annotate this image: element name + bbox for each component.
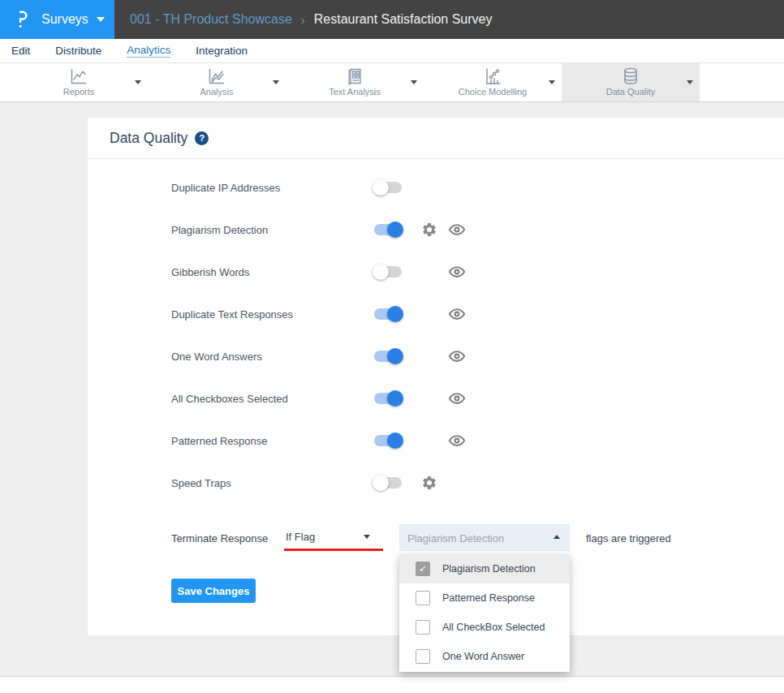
- dropdown-option-label: Plagiarism Detection: [442, 563, 536, 575]
- setting-label: All Checkboxes Selected: [171, 393, 288, 405]
- setting-row-gibberish-words: Gibberish Words: [88, 251, 784, 293]
- dropdown-option-all-checkbox-selected[interactable]: All CheckBox Selected: [399, 613, 570, 642]
- nav-item-distribute[interactable]: Distribute: [55, 45, 101, 57]
- checkbox-icon[interactable]: [416, 620, 430, 635]
- toggle-knob: [387, 348, 403, 364]
- toolbar-tab-label: Text Analysis: [286, 87, 424, 97]
- gibberish-words-toggle[interactable]: [374, 264, 403, 280]
- setting-row-duplicate-ip-addresses: Duplicate IP Addresses: [88, 166, 784, 209]
- help-icon[interactable]: ?: [195, 131, 209, 145]
- flags-select[interactable]: Plagiarism Detection: [399, 524, 570, 551]
- chevron-down-icon: [97, 17, 105, 22]
- eye-icon[interactable]: [448, 432, 466, 450]
- chevron-down-icon[interactable]: [549, 80, 555, 84]
- setting-row-speed-traps: Speed Traps: [88, 462, 784, 504]
- toolbar-tab-analysis[interactable]: Analysis: [148, 63, 286, 101]
- dropdown-option-plagiarism-detection[interactable]: ✓Plagiarism Detection: [399, 554, 570, 583]
- data-quality-icon: [621, 67, 640, 86]
- text-analysis-icon: [345, 67, 364, 86]
- surveys-menu[interactable]: Surveys: [0, 0, 114, 39]
- all-checkboxes-selected-toggle[interactable]: [374, 390, 403, 407]
- breadcrumb-folder-link[interactable]: 001 - TH Product Showcase: [130, 12, 292, 27]
- chevron-down-icon[interactable]: [135, 80, 141, 84]
- eye-icon[interactable]: [448, 263, 466, 281]
- toolbar-tab-reports[interactable]: Reports: [10, 63, 148, 101]
- setting-row-patterned-response: Patterned Response: [88, 420, 784, 462]
- gear-icon[interactable]: [421, 222, 437, 238]
- breadcrumb-current-survey: Restaurant Satisfaction Survey: [314, 12, 493, 27]
- flags-suffix-text: flags are triggered: [586, 532, 671, 544]
- terminate-response-label: Terminate Response: [171, 532, 268, 544]
- card-title-row: Data Quality ?: [88, 118, 784, 159]
- choice-modelling-icon: [483, 67, 502, 86]
- checkbox-icon[interactable]: ✓: [416, 562, 430, 576]
- patterned-response-toggle[interactable]: [374, 433, 403, 449]
- eye-icon[interactable]: [448, 305, 466, 323]
- toolbar-tab-data-quality[interactable]: Data Quality: [562, 63, 700, 101]
- setting-label: Duplicate IP Addresses: [171, 182, 280, 194]
- nav-item-integration[interactable]: Integration: [196, 45, 248, 57]
- dropdown-option-one-word-answer[interactable]: One Word Answer: [399, 642, 570, 671]
- eye-icon[interactable]: [448, 390, 466, 407]
- top-header-bar: Surveys 001 - TH Product Showcase › Rest…: [0, 0, 784, 39]
- chevron-down-icon[interactable]: [273, 80, 279, 84]
- breadcrumb-separator: ›: [301, 13, 305, 27]
- survey-nav: EditDistributeAnalyticsIntegration: [0, 39, 784, 63]
- page-body: Data Quality ? Duplicate IP AddressesPla…: [0, 102, 784, 676]
- dropdown-option-label: One Word Answer: [442, 651, 524, 662]
- dropdown-option-label: All CheckBox Selected: [442, 622, 545, 633]
- page-title: Data Quality: [110, 130, 187, 147]
- terminate-response-row: Terminate Response If Flag Plagiarism De…: [88, 524, 784, 552]
- setting-label: Speed Traps: [171, 477, 231, 489]
- if-flag-value: If Flag: [286, 531, 315, 543]
- toggle-knob: [373, 179, 389, 196]
- toggle-knob: [373, 475, 389, 491]
- nav-item-analytics[interactable]: Analytics: [127, 44, 170, 58]
- dropdown-option-patterned-response[interactable]: Patterned Response: [399, 583, 570, 613]
- setting-label: Patterned Response: [171, 435, 268, 447]
- speed-traps-toggle[interactable]: [374, 475, 403, 491]
- toolbar-tab-label: Analysis: [148, 87, 286, 97]
- gear-icon[interactable]: [421, 475, 437, 491]
- duplicate-ip-addresses-toggle[interactable]: [374, 179, 403, 196]
- toolbar-tab-choice-modelling[interactable]: Choice Modelling: [424, 63, 562, 101]
- setting-row-plagiarism-detection: Plagiarism Detection: [88, 209, 784, 251]
- duplicate-text-responses-toggle[interactable]: [374, 306, 403, 322]
- footer-divider: [0, 676, 784, 677]
- toolbar-tab-label: Reports: [10, 87, 148, 97]
- setting-label: One Word Answers: [171, 351, 262, 363]
- analysis-chart-icon: [207, 67, 226, 86]
- setting-label: Gibberish Words: [171, 266, 250, 278]
- toggle-knob: [387, 390, 403, 407]
- breadcrumb: 001 - TH Product Showcase › Restaurant S…: [130, 0, 492, 39]
- flags-dropdown-panel: ✓Plagiarism DetectionPatterned ResponseA…: [399, 554, 570, 672]
- analytics-toolbar: ReportsAnalysisText AnalysisChoice Model…: [0, 63, 784, 102]
- setting-row-one-word-answers: One Word Answers: [88, 335, 784, 377]
- chevron-down-icon: [364, 535, 370, 539]
- flags-select-value: Plagiarism Detection: [407, 532, 504, 544]
- toggle-knob: [387, 222, 403, 238]
- chevron-up-icon: [554, 535, 560, 539]
- eye-icon[interactable]: [448, 347, 466, 365]
- one-word-answers-toggle[interactable]: [374, 348, 403, 364]
- surveys-menu-label: Surveys: [41, 12, 88, 27]
- app-screen: Surveys 001 - TH Product Showcase › Rest…: [0, 0, 784, 693]
- save-changes-button[interactable]: Save Changes: [171, 579, 256, 603]
- checkbox-icon[interactable]: [416, 649, 430, 664]
- reports-chart-icon: [69, 67, 88, 86]
- checkbox-icon[interactable]: [416, 591, 430, 605]
- toggle-knob: [373, 264, 389, 280]
- setting-row-duplicate-text-responses: Duplicate Text Responses: [88, 293, 784, 335]
- plagiarism-detection-toggle[interactable]: [374, 222, 403, 238]
- toggle-knob: [387, 433, 403, 449]
- nav-item-edit[interactable]: Edit: [11, 45, 30, 57]
- toolbar-tab-text-analysis[interactable]: Text Analysis: [286, 63, 424, 101]
- setting-label: Plagiarism Detection: [171, 224, 268, 236]
- chevron-down-icon[interactable]: [411, 80, 417, 84]
- chevron-down-icon[interactable]: [687, 80, 693, 84]
- settings-list: Duplicate IP AddressesPlagiarism Detecti…: [88, 166, 784, 504]
- toolbar-tab-label: Choice Modelling: [424, 87, 562, 97]
- if-flag-select[interactable]: If Flag: [284, 524, 383, 551]
- toolbar-tab-label: Data Quality: [562, 87, 700, 97]
- eye-icon[interactable]: [448, 221, 466, 239]
